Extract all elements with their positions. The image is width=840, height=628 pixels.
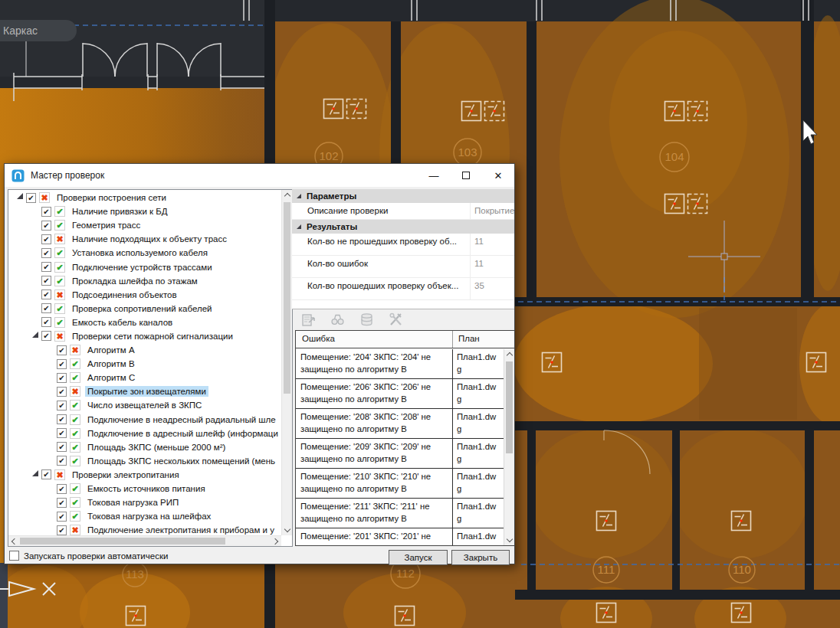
tree-item[interactable]: ✔✔Прокладка шлейфа по этажам [8, 274, 281, 288]
item-checkbox[interactable]: ✔ [57, 525, 67, 535]
tree-item[interactable]: ✔✔Установка используемого кабеля [8, 246, 281, 260]
tools-icon[interactable] [388, 312, 404, 328]
database-icon[interactable] [359, 312, 375, 328]
params-section-header[interactable]: Параметры [292, 189, 514, 203]
tree-item[interactable]: ✔✔Площадь ЗКПС (меньше 2000 м²) [8, 440, 281, 454]
result-value: 35 [470, 278, 514, 299]
column-header-plan[interactable]: План [452, 331, 514, 348]
errors-table-header[interactable]: Ошибка План [296, 331, 514, 348]
scrollbar-thumb[interactable] [284, 202, 290, 394]
item-checkbox[interactable]: ✔ [57, 484, 67, 494]
scroll-left-icon[interactable] [11, 538, 18, 545]
item-checkbox[interactable]: ✔ [41, 289, 51, 299]
result-row[interactable]: Кол-во не прошедших проверку об... 11 [292, 234, 514, 256]
item-checkbox[interactable]: ✔ [41, 234, 51, 244]
item-checkbox[interactable]: ✔ [57, 512, 67, 522]
tree-item[interactable]: ✔✖Проверки сети пожарной сигнализации [8, 329, 281, 343]
column-header-error[interactable]: Ошибка [296, 331, 452, 348]
item-checkbox[interactable]: ✔ [57, 498, 67, 508]
item-checkbox[interactable]: ✔ [41, 469, 51, 479]
tree-item[interactable]: ✔✖Проверки электропитания [8, 468, 281, 482]
svg-text:110: 110 [733, 563, 751, 576]
tree-item[interactable]: ✔✔Алгоритм В [8, 357, 281, 371]
item-checkbox[interactable]: ✔ [57, 414, 67, 424]
tree-item[interactable]: ✔✔Алгоритм С [8, 371, 281, 384]
table-row[interactable]: Помещение: '204' ЗКПС: '204' не защищено… [296, 349, 504, 379]
result-row[interactable]: Кол-во прошедших проверку объек... 35 [292, 278, 514, 300]
table-row[interactable]: Помещение: '210' ЗКПС: '210' не защищено… [296, 469, 504, 499]
plan-cell: План1.dwg [452, 439, 504, 468]
results-section-header[interactable]: Результаты [292, 220, 514, 234]
table-row[interactable]: Помещение: '208' ЗКПС: '208' не защищено… [296, 409, 504, 439]
close-button[interactable]: ✕ [482, 164, 514, 187]
maximize-button[interactable] [450, 164, 482, 187]
item-checkbox[interactable]: ✔ [57, 401, 67, 410]
tree-item[interactable]: ✔✔Подключение в адресный шлейф (информац… [8, 427, 281, 440]
pass-status-icon: ✔ [54, 220, 65, 231]
tree-vertical-scrollbar[interactable] [281, 190, 292, 535]
tree-item[interactable]: ✔✔Наличие привязки к БД [8, 204, 281, 218]
item-checkbox[interactable]: ✔ [57, 442, 67, 452]
tree-item[interactable]: ✔✔Геометрия трасс [8, 218, 281, 232]
tree-item[interactable]: ✔✖Наличие подходящих к объекту трасс [8, 232, 281, 246]
expander-icon[interactable] [13, 193, 26, 202]
tree-item[interactable]: ✔✔Токовая нагрузка РИП [8, 496, 281, 509]
item-checkbox[interactable]: ✔ [41, 303, 51, 313]
table-row[interactable]: Помещение: '201' ЗКПС: '201' не защищено… [296, 528, 504, 545]
scroll-down-icon[interactable] [284, 526, 290, 532]
tree-item[interactable]: ✔✖Подключение электропитания к приборам … [8, 523, 281, 535]
tree-item[interactable]: ✔✔Емкость источников питания [8, 482, 281, 496]
close-dialog-button[interactable]: Закрыть [451, 550, 510, 565]
tree-item-label: Установка используемого кабеля [70, 247, 210, 258]
table-row[interactable]: Помещение: '206' ЗКПС: '206' не защищено… [296, 379, 504, 409]
tree-item[interactable]: ✔✖Подсоединения объектов [8, 288, 281, 302]
scroll-right-icon[interactable] [272, 538, 278, 545]
scroll-up-icon[interactable] [506, 352, 512, 358]
item-checkbox[interactable]: ✔ [41, 207, 51, 217]
table-row[interactable]: Помещение: '211' ЗКПС: '211' не защищено… [296, 499, 504, 528]
tree-item[interactable]: ✔✖Покрытие зон извещателями [8, 384, 281, 398]
item-checkbox[interactable]: ✔ [41, 331, 51, 341]
table-vertical-scrollbar[interactable] [504, 349, 514, 545]
minimize-button[interactable]: — [418, 164, 450, 187]
find-icon[interactable] [330, 312, 346, 328]
tree-item[interactable]: ✔✔Подключение устройств трассами [8, 260, 281, 273]
item-checkbox[interactable]: ✔ [57, 387, 67, 397]
item-checkbox[interactable]: ✔ [41, 262, 51, 272]
scrollbar-thumb[interactable] [506, 361, 513, 453]
item-checkbox[interactable]: ✔ [57, 373, 67, 383]
item-checkbox[interactable]: ✔ [57, 345, 67, 355]
result-row[interactable]: Кол-во ошибок 11 [292, 256, 514, 278]
expander-icon[interactable] [28, 332, 41, 341]
item-checkbox[interactable]: ✔ [41, 248, 51, 258]
tree-item[interactable]: ✔✖Проверки построения сети [8, 191, 281, 204]
table-row[interactable]: Помещение: '209' ЗКПС: '209' не защищено… [296, 439, 504, 469]
scroll-up-icon[interactable] [284, 193, 290, 199]
expander-icon[interactable] [28, 470, 41, 479]
scrollbar-thumb[interactable] [20, 538, 225, 545]
tree-item[interactable]: ✔✔Проверка сопротивлений кабелей [8, 302, 281, 316]
application-window: 102 103 104 113 112 111 110 [0, 0, 840, 628]
item-checkbox[interactable]: ✔ [57, 359, 67, 369]
tree-item[interactable]: ✔✔Токовая нагрузка на шлейфах [8, 509, 281, 523]
item-checkbox[interactable]: ✔ [41, 221, 51, 231]
tree-horizontal-scrollbar[interactable] [8, 535, 281, 546]
result-label: Кол-во ошибок [292, 256, 470, 277]
item-checkbox[interactable]: ✔ [26, 193, 36, 203]
layer-tab-frame[interactable]: Каркас [0, 20, 77, 41]
item-checkbox[interactable]: ✔ [57, 456, 67, 466]
auto-run-checkbox[interactable] [9, 551, 19, 561]
tree-item[interactable]: ✔✔Подключение в неадресный радиальный шл… [8, 413, 281, 427]
item-checkbox[interactable]: ✔ [57, 428, 67, 438]
export-report-icon[interactable] [300, 312, 317, 328]
item-checkbox[interactable]: ✔ [41, 276, 51, 286]
dialog-titlebar[interactable]: Мастер проверок — ✕ [5, 164, 514, 187]
tree-item[interactable]: ✔✔Площадь ЗКПС нескольких помещений (мен… [8, 454, 281, 468]
scroll-down-icon[interactable] [507, 536, 513, 542]
tree-item[interactable]: ✔✔Емкость кабель каналов [8, 316, 281, 329]
tree-item[interactable]: ✔✔Число извещателей в ЗКПС [8, 398, 281, 412]
run-button[interactable]: Запуск [389, 550, 448, 565]
item-checkbox[interactable]: ✔ [41, 317, 51, 327]
property-row[interactable]: Описание проверки Покрытие [292, 203, 514, 220]
tree-item[interactable]: ✔✖Алгоритм А [8, 343, 281, 357]
